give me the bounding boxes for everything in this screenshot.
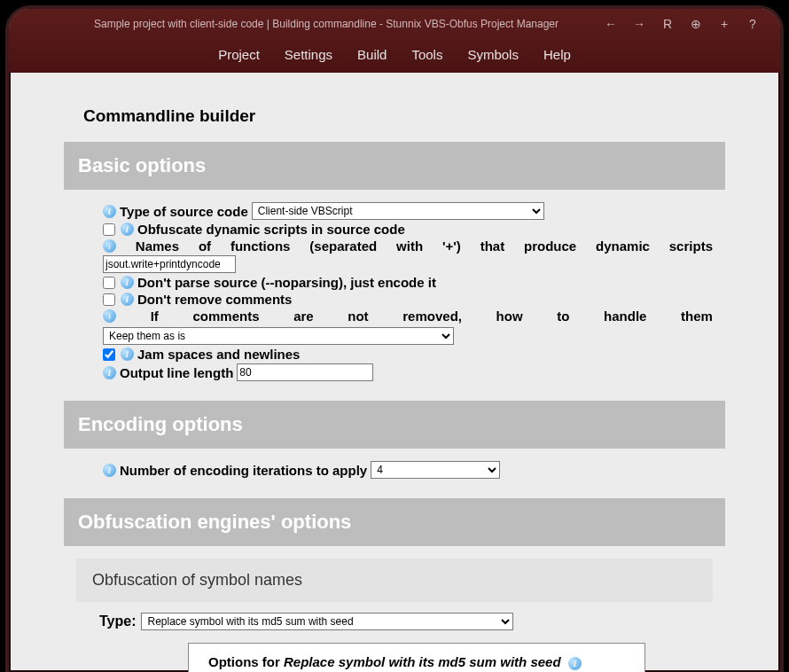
line-len-label: Output line length xyxy=(120,365,233,380)
info-icon[interactable] xyxy=(103,464,116,477)
encoding-iter-label: Number of encoding iterations to apply xyxy=(120,463,367,478)
jam-checkbox[interactable] xyxy=(103,348,115,361)
keep-comments-label: Don't remove comments xyxy=(137,292,292,307)
dyn-names-input[interactable] xyxy=(103,255,236,273)
menu-symbols[interactable]: Symbols xyxy=(467,47,519,62)
section-basic-header: Basic options xyxy=(64,142,725,190)
source-type-label: Type of source code xyxy=(120,204,248,219)
source-type-select[interactable]: Client-side VBScript xyxy=(252,202,544,220)
menu-help[interactable]: Help xyxy=(543,47,571,62)
add-icon[interactable]: + xyxy=(716,16,732,32)
info-icon[interactable] xyxy=(103,309,116,323)
info-icon[interactable] xyxy=(121,293,134,306)
app-frame: Sample project with client-side code | B… xyxy=(5,5,784,672)
page-title: Commandline builder xyxy=(64,99,725,142)
info-icon[interactable] xyxy=(568,657,582,670)
comments-handle-select[interactable]: Keep them as is xyxy=(103,327,454,345)
menu-settings[interactable]: Settings xyxy=(285,47,332,62)
menu-tools[interactable]: Tools xyxy=(411,47,442,62)
jam-label: Jam spaces and newlines xyxy=(137,347,300,362)
encoding-iter-select[interactable]: 4 xyxy=(371,461,500,479)
obfuscate-dynamic-label: Obfuscate dynamic scripts in source code xyxy=(137,222,405,237)
reload-icon[interactable]: R xyxy=(660,16,676,32)
section-encoding-header: Encoding options xyxy=(64,401,725,449)
info-icon[interactable] xyxy=(103,239,116,253)
obfuscate-dynamic-checkbox[interactable] xyxy=(103,223,115,236)
sym-type-options-box: Options for Replace symbol with its md5 … xyxy=(188,643,645,672)
info-icon[interactable] xyxy=(121,348,134,361)
options-for-value: Replace symbol with its md5 sum with see… xyxy=(284,654,561,669)
app-header: Sample project with client-side code | B… xyxy=(9,9,780,73)
info-icon[interactable] xyxy=(103,205,116,218)
header-toolbar: ← → R ⊕ + ? xyxy=(603,16,761,32)
menu-build[interactable]: Build xyxy=(357,47,387,62)
info-icon[interactable] xyxy=(121,223,134,236)
line-len-input[interactable] xyxy=(237,363,373,381)
options-for-prefix: Options for xyxy=(208,654,284,669)
add-circle-icon[interactable]: ⊕ xyxy=(688,16,704,32)
sym-type-select[interactable]: Replace symbol with its md5 sum with see… xyxy=(141,613,513,630)
main-menu: Project Settings Build Tools Symbols Hel… xyxy=(9,38,780,73)
noparse-checkbox[interactable] xyxy=(103,277,115,289)
sym-type-label: Type: xyxy=(99,613,136,629)
section-basic-body: Type of source code Client-side VBScript… xyxy=(64,202,725,401)
page-content: Commandline builder Basic options Type o… xyxy=(9,73,780,672)
symnames-subheader: Obfuscation of symbol names xyxy=(76,559,713,602)
keep-comments-checkbox[interactable] xyxy=(103,293,115,306)
info-icon[interactable] xyxy=(121,276,134,289)
section-obfus-header: Obfuscation engines' options xyxy=(64,498,725,546)
dyn-names-label: Names of functions (separated with '+') … xyxy=(103,238,725,254)
comments-handle-label: If comments are not removed, how to hand… xyxy=(103,309,725,324)
menu-project[interactable]: Project xyxy=(218,47,260,62)
back-icon[interactable]: ← xyxy=(603,16,619,32)
noparse-label: Don't parse source (--noparsing), just e… xyxy=(137,275,436,290)
forward-icon[interactable]: → xyxy=(631,16,647,32)
help-icon[interactable]: ? xyxy=(745,16,761,32)
info-icon[interactable] xyxy=(103,366,116,379)
section-encoding-body: Number of encoding iterations to apply 4 xyxy=(64,461,725,498)
